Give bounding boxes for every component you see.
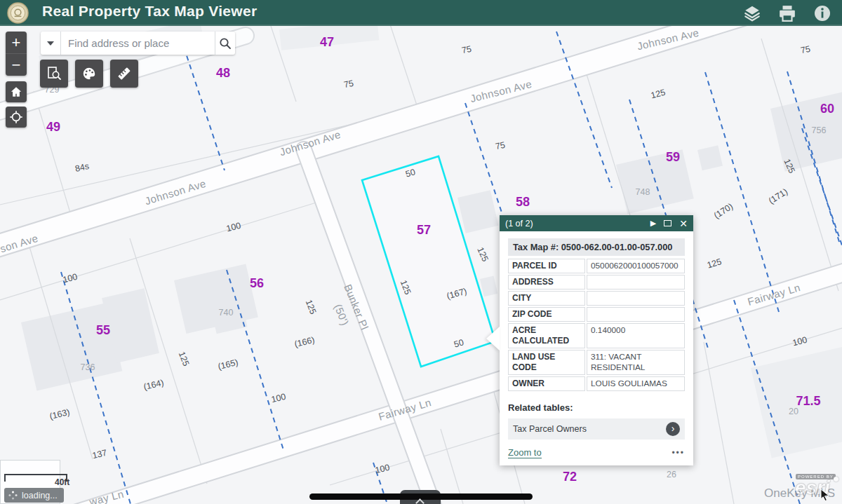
locate-icon	[9, 110, 23, 124]
popup-field-label: PARCEL ID	[508, 259, 585, 273]
popup-field-row: CITY	[508, 291, 685, 306]
popup-close-icon[interactable]: ✕	[679, 218, 688, 229]
search-button[interactable]	[215, 32, 235, 55]
print-icon[interactable]	[777, 4, 797, 23]
identify-icon	[46, 66, 62, 81]
popup-field-value	[587, 291, 685, 306]
selected-parcel-highlight[interactable]	[362, 156, 495, 367]
app-window: Johnson AveJohnson AveJohnson AveJohnson…	[0, 0, 842, 504]
popup-field-label: ZIP CODE	[508, 307, 585, 322]
locate-button[interactable]	[6, 107, 27, 128]
layers-icon[interactable]	[742, 4, 762, 23]
zoom-out-button[interactable]: −	[6, 54, 27, 76]
home-icon	[10, 86, 22, 98]
popup-field-row: OWNERLOUIS GOULIAMAS	[508, 376, 685, 391]
zoom-control: + −	[6, 32, 27, 76]
popup-field-value: 0.140000	[587, 323, 685, 348]
popup-pager: (1 of 2)	[505, 219, 533, 229]
app-header: Real Property Tax Map Viewer	[0, 0, 842, 26]
related-tables-list: Tax Parcel Owners›	[508, 418, 685, 440]
popup-field-row: ZIP CODE	[508, 307, 685, 322]
search-box	[41, 32, 235, 55]
draw-tool-button[interactable]	[75, 60, 103, 88]
popup-field-label: ADDRESS	[508, 275, 585, 290]
popup-field-label: CITY	[508, 291, 585, 306]
chevron-down-icon	[47, 41, 54, 46]
popup-field-row: PARCEL ID0500062000100057000	[508, 259, 685, 273]
loading-badge: loading...	[4, 488, 64, 503]
popup-callout-tail	[486, 327, 500, 350]
mouse-cursor	[820, 489, 831, 501]
related-table-item[interactable]: Tax Parcel Owners›	[508, 418, 685, 440]
info-icon[interactable]	[813, 4, 832, 23]
popup-field-label: LAND USE CODE	[508, 350, 585, 375]
chevron-right-icon[interactable]: ›	[666, 422, 680, 436]
zoom-to-link[interactable]: Zoom to	[508, 447, 542, 458]
spinner-icon	[8, 491, 18, 500]
popup-field-value	[587, 307, 685, 322]
scale-bar-label: 40ft	[55, 477, 69, 487]
ruler-icon	[116, 65, 133, 82]
identify-tool-button[interactable]	[40, 60, 68, 88]
related-tables-heading: Related tables:	[508, 402, 685, 413]
county-seal-logo	[7, 2, 29, 24]
esri-attribution: POWERED BY esri	[794, 472, 840, 502]
popup-header: (1 of 2) ▶ ✕	[500, 215, 693, 231]
popup-attribute-table: PARCEL ID0500062000100057000ADDRESSCITYZ…	[508, 259, 685, 391]
related-table-label: Tax Parcel Owners	[513, 424, 666, 434]
measure-tool-button[interactable]	[110, 60, 138, 88]
zoom-in-button[interactable]: +	[6, 32, 27, 54]
popup-next-icon[interactable]: ▶	[650, 219, 656, 228]
feature-popup: (1 of 2) ▶ ✕ Tax Map #: 0500-062.00-01.0…	[500, 215, 693, 465]
home-button[interactable]	[6, 81, 27, 102]
popup-field-label: OWNER	[508, 376, 585, 391]
popup-field-row: ACRE CALCULATED0.140000	[508, 323, 685, 348]
esri-logo-dot	[834, 477, 838, 482]
loading-label: loading...	[22, 491, 58, 500]
popup-field-row: LAND USE CODE311: VACANT RESIDENTIAL	[508, 350, 685, 375]
popup-dock-icon[interactable]	[664, 220, 671, 226]
search-icon	[219, 37, 232, 50]
palette-icon	[81, 66, 97, 81]
popup-field-row: ADDRESS	[508, 275, 685, 290]
popup-more-icon[interactable]: •••	[671, 448, 685, 458]
popup-field-value	[587, 275, 685, 290]
search-source-dropdown[interactable]	[41, 32, 61, 55]
popup-field-value: 0500062000100057000	[587, 259, 685, 273]
search-input[interactable]	[61, 32, 215, 55]
popup-field-value: 311: VACANT RESIDENTIAL	[587, 350, 685, 375]
popup-field-label: ACRE CALCULATED	[508, 323, 585, 348]
popup-title: Tax Map #: 0500-062.00-01.00-057.000	[508, 238, 685, 256]
popup-field-value: LOUIS GOULIAMAS	[587, 376, 685, 391]
page-title: Real Property Tax Map Viewer	[42, 3, 257, 20]
